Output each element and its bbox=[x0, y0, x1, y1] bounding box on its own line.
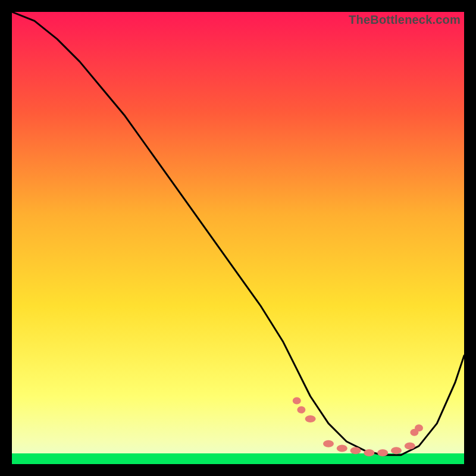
gradient-background bbox=[12, 12, 464, 464]
highlight-dot bbox=[323, 440, 334, 447]
highlight-dot bbox=[293, 397, 301, 405]
highlight-dot bbox=[364, 449, 374, 456]
highlight-dot bbox=[305, 415, 316, 422]
highlight-dot bbox=[391, 447, 402, 454]
highlight-dot bbox=[415, 424, 423, 431]
highlight-dot bbox=[377, 449, 388, 456]
highlight-dot bbox=[350, 447, 361, 454]
highlight-dot bbox=[297, 406, 305, 414]
watermark-text: TheBottleneck.com bbox=[349, 13, 461, 27]
bottleneck-chart bbox=[12, 12, 464, 464]
chart-frame: TheBottleneck.com bbox=[12, 12, 464, 464]
highlight-dot bbox=[405, 443, 415, 450]
highlight-dot bbox=[337, 444, 347, 452]
